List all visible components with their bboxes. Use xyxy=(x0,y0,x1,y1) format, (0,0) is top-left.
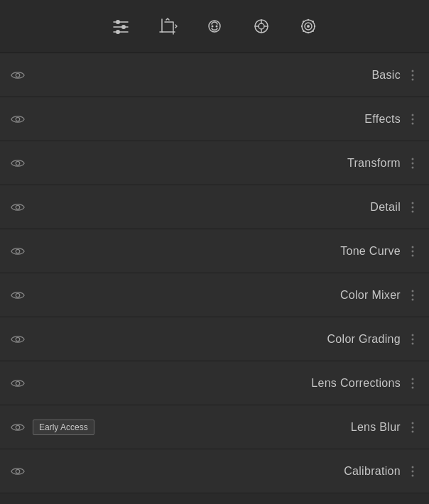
svg-point-33 xyxy=(412,114,414,116)
panel-dots-lens-blur[interactable] xyxy=(405,420,420,435)
svg-point-62 xyxy=(412,426,414,428)
svg-point-59 xyxy=(412,386,414,388)
panel-label-color-mixer: Color Mixer xyxy=(33,289,401,302)
svg-point-28 xyxy=(16,73,19,77)
panel-dots-tone-curve[interactable] xyxy=(405,243,420,259)
svg-point-32 xyxy=(16,117,19,121)
svg-point-35 xyxy=(412,122,414,124)
toolbar xyxy=(0,0,429,53)
panel-item-effects[interactable]: Effects xyxy=(0,97,429,141)
eye-icon-color-mixer[interactable] xyxy=(10,287,26,303)
panel-label-basic: Basic xyxy=(33,69,401,82)
svg-point-52 xyxy=(16,337,19,341)
svg-point-27 xyxy=(303,31,304,32)
eye-icon-effects[interactable] xyxy=(10,111,26,127)
svg-point-40 xyxy=(16,205,19,209)
svg-point-53 xyxy=(412,334,414,336)
panel-item-detail[interactable]: Detail xyxy=(0,185,429,229)
panel-item-transform[interactable]: Transform xyxy=(0,141,429,185)
svg-point-65 xyxy=(412,466,414,468)
svg-point-49 xyxy=(412,290,414,292)
svg-point-38 xyxy=(412,162,414,164)
panel-item-calibration[interactable]: Calibration xyxy=(0,449,429,493)
svg-point-46 xyxy=(412,250,414,252)
crop-icon[interactable] xyxy=(155,13,180,39)
panel-dots-effects[interactable] xyxy=(405,111,420,127)
panel-label-tone-curve: Tone Curve xyxy=(33,245,401,258)
eye-icon-calibration[interactable] xyxy=(10,464,26,479)
panel-dots-transform[interactable] xyxy=(405,155,420,171)
svg-point-25 xyxy=(313,31,314,32)
eye-icon-tone-curve[interactable] xyxy=(10,243,26,259)
svg-point-67 xyxy=(412,474,414,476)
panel-label-lens-corrections: Lens Corrections xyxy=(33,377,401,390)
panel-label-color-grading: Color Grading xyxy=(33,333,401,346)
svg-point-20 xyxy=(308,19,309,21)
svg-point-45 xyxy=(412,246,414,248)
svg-point-57 xyxy=(412,378,414,380)
svg-point-26 xyxy=(313,21,314,22)
eye-icon-detail[interactable] xyxy=(10,199,26,215)
panel-item-lens-blur[interactable]: Early AccessLens Blur xyxy=(0,405,429,449)
svg-point-63 xyxy=(412,430,414,432)
panel-dots-color-mixer[interactable] xyxy=(405,287,420,303)
svg-point-1 xyxy=(116,20,120,24)
panel-list: Basic Effects Transform Detail Tone Curv… xyxy=(0,53,429,493)
svg-point-60 xyxy=(16,425,19,429)
panel-item-lens-corrections[interactable]: Lens Corrections xyxy=(0,361,429,405)
svg-point-23 xyxy=(314,26,315,27)
masking-icon[interactable] xyxy=(249,13,274,39)
healing-icon[interactable] xyxy=(202,13,227,39)
svg-point-42 xyxy=(412,206,414,208)
panel-label-detail: Detail xyxy=(33,201,401,214)
panel-item-basic[interactable]: Basic xyxy=(0,53,429,97)
panel-dots-calibration[interactable] xyxy=(405,464,420,479)
panel-dots-lens-corrections[interactable] xyxy=(405,376,420,391)
svg-point-56 xyxy=(16,381,19,385)
svg-point-24 xyxy=(303,21,304,22)
svg-point-61 xyxy=(412,422,414,424)
svg-point-44 xyxy=(16,249,19,253)
svg-point-29 xyxy=(412,70,414,72)
panel-dots-basic[interactable] xyxy=(405,67,420,83)
sliders-icon[interactable] xyxy=(108,13,134,39)
panel-label-lens-blur: Lens Blur xyxy=(217,421,401,434)
svg-point-3 xyxy=(121,25,126,29)
svg-point-50 xyxy=(412,294,414,296)
svg-point-39 xyxy=(412,166,414,168)
svg-point-22 xyxy=(301,26,303,27)
svg-point-66 xyxy=(412,470,414,472)
svg-point-47 xyxy=(412,254,414,256)
svg-point-21 xyxy=(308,32,309,33)
panel-label-effects: Effects xyxy=(33,113,401,126)
svg-point-54 xyxy=(412,338,414,340)
svg-point-12 xyxy=(259,23,264,29)
panel-dots-detail[interactable] xyxy=(405,199,420,215)
panel-dots-color-grading[interactable] xyxy=(405,332,420,347)
presets-icon[interactable] xyxy=(295,13,321,39)
eye-icon-basic[interactable] xyxy=(10,67,26,83)
svg-point-51 xyxy=(412,298,414,300)
svg-point-34 xyxy=(412,118,414,120)
svg-point-19 xyxy=(307,25,310,28)
svg-point-10 xyxy=(216,26,218,28)
eye-icon-lens-blur[interactable] xyxy=(10,420,26,435)
eye-icon-transform[interactable] xyxy=(10,155,26,171)
svg-point-55 xyxy=(412,342,414,344)
svg-point-37 xyxy=(412,158,414,160)
svg-point-48 xyxy=(16,293,19,297)
svg-point-41 xyxy=(412,202,414,204)
panel-item-color-grading[interactable]: Color Grading xyxy=(0,317,429,361)
eye-icon-lens-corrections[interactable] xyxy=(10,376,26,391)
svg-point-58 xyxy=(412,382,414,384)
panel-item-tone-curve[interactable]: Tone Curve xyxy=(0,229,429,273)
panel-item-color-mixer[interactable]: Color Mixer xyxy=(0,273,429,317)
svg-point-43 xyxy=(412,210,414,212)
early-access-badge: Early Access xyxy=(33,420,94,435)
svg-point-5 xyxy=(116,30,120,34)
eye-icon-color-grading[interactable] xyxy=(10,332,26,347)
svg-point-31 xyxy=(412,78,414,80)
svg-point-36 xyxy=(16,161,19,165)
panel-label-transform: Transform xyxy=(33,157,401,170)
panel-label-calibration: Calibration xyxy=(33,465,401,478)
